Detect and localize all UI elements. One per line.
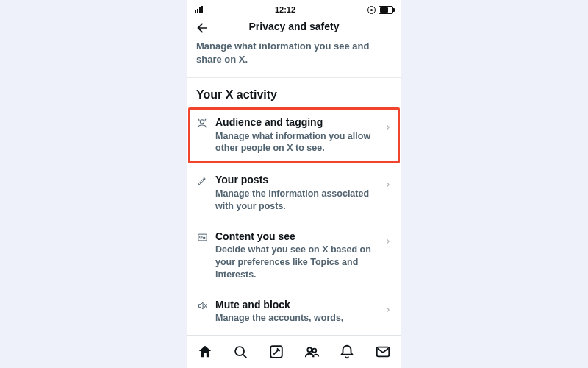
page-header: Privacy and safety Manage what informati… <box>187 16 401 70</box>
chevron-right-icon <box>384 116 393 131</box>
arrow-left-icon <box>195 21 209 35</box>
chevron-right-icon <box>384 230 393 245</box>
item-label: Content you see <box>215 230 377 244</box>
nav-home[interactable] <box>197 344 213 360</box>
item-content-you-see[interactable]: Content you see Decide what you see on X… <box>187 222 401 290</box>
item-desc: Manage what information you allow other … <box>215 130 377 155</box>
page-subtitle: Manage what information you see and shar… <box>196 40 392 66</box>
signal-icon <box>195 6 203 13</box>
orientation-lock-icon <box>368 6 376 14</box>
status-bar: 12:12 <box>187 0 401 16</box>
people-icon <box>196 116 208 130</box>
nav-search[interactable] <box>232 344 248 360</box>
page-title: Privacy and safety <box>196 21 392 32</box>
settings-list: Audience and tagging Manage what informa… <box>187 106 401 335</box>
chevron-right-icon <box>384 299 393 314</box>
nav-compose[interactable] <box>268 344 284 360</box>
phone-screen: 12:12 Privacy and safety Manage what inf… <box>187 0 401 368</box>
item-desc: Decide what you see on X based on your p… <box>215 244 377 281</box>
item-your-posts[interactable]: Your posts Manage the information associ… <box>187 165 401 221</box>
nav-notifications[interactable] <box>339 344 355 360</box>
item-label: Audience and tagging <box>215 116 377 130</box>
item-audience-tagging[interactable]: Audience and tagging Manage what informa… <box>187 106 401 165</box>
status-time: 12:12 <box>275 5 295 14</box>
item-desc: Manage the accounts, words, <box>215 312 377 325</box>
pencil-icon <box>196 174 208 186</box>
back-button[interactable] <box>195 21 209 35</box>
nav-communities[interactable] <box>304 344 320 360</box>
section-title: Your X activity <box>187 78 401 106</box>
nav-messages[interactable] <box>375 344 391 360</box>
mute-icon <box>196 299 208 311</box>
item-mute-and-block[interactable]: Mute and block Manage the accounts, word… <box>187 290 401 325</box>
item-desc: Manage the information associated with y… <box>215 188 377 213</box>
newspaper-icon <box>196 230 208 243</box>
bottom-nav <box>187 335 401 368</box>
chevron-right-icon <box>384 174 393 188</box>
battery-icon <box>379 6 393 14</box>
svg-point-1 <box>236 347 245 355</box>
svg-point-3 <box>307 347 312 352</box>
item-label: Mute and block <box>215 299 377 312</box>
svg-point-4 <box>312 349 316 353</box>
item-label: Your posts <box>215 174 377 187</box>
stage: 12:12 Privacy and safety Manage what inf… <box>0 0 588 368</box>
